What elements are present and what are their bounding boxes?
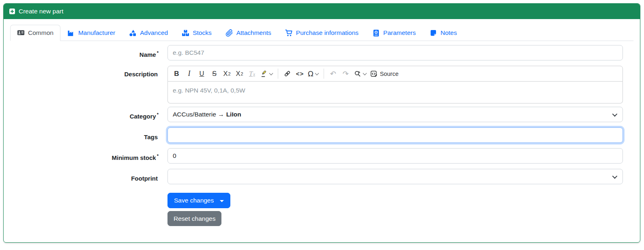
tab-purchase-informations[interactable]: Purchase informations bbox=[278, 25, 365, 41]
toolbar-separator bbox=[324, 69, 324, 79]
reset-changes-button[interactable]: Reset changes bbox=[167, 211, 221, 226]
tab-stocks[interactable]: Stocks bbox=[175, 25, 219, 41]
save-changes-button[interactable]: Save changes bbox=[167, 193, 230, 208]
save-changes-label: Save changes bbox=[174, 197, 214, 204]
redo-button: ↷ bbox=[339, 67, 352, 80]
footprint-select[interactable] bbox=[167, 169, 623, 184]
address-card-icon bbox=[17, 29, 25, 37]
shopping-cart-icon bbox=[285, 29, 293, 37]
tab-manufacturer[interactable]: Manufacturer bbox=[60, 25, 122, 41]
subscript-button[interactable]: X2 bbox=[221, 67, 233, 80]
panel-title: Create new part bbox=[19, 8, 63, 15]
actions-row: Save changes Reset changes bbox=[10, 193, 633, 226]
bold-button[interactable]: B bbox=[170, 67, 183, 80]
chevron-down-icon bbox=[315, 71, 319, 75]
source-code-icon bbox=[370, 70, 378, 78]
tab-common[interactable]: Common bbox=[10, 25, 60, 41]
minimum-stock-label: Minimum stock* bbox=[10, 148, 159, 166]
tab-parameters[interactable]: Parameters bbox=[365, 25, 423, 41]
shapes-icon bbox=[129, 29, 137, 37]
description-editor-area[interactable]: e.g. NPN 45V, 0,1A, 0,5W bbox=[167, 82, 623, 103]
create-part-panel: Create new part Common Manufacturer Adva… bbox=[3, 3, 640, 243]
sticky-note-icon bbox=[429, 29, 437, 37]
chevron-down-icon bbox=[269, 71, 273, 75]
tags-label: Tags bbox=[10, 127, 159, 145]
find-replace-button[interactable] bbox=[352, 67, 369, 80]
find-replace-icon bbox=[354, 70, 361, 78]
strikethrough-button[interactable]: S bbox=[208, 67, 221, 80]
tab-bar: Common Manufacturer Advanced Stocks bbox=[10, 25, 633, 41]
name-row: Name* bbox=[10, 45, 633, 62]
chevron-down-icon bbox=[612, 112, 618, 117]
tags-row: Tags bbox=[10, 127, 633, 145]
description-row: Description B I U S X2 X2 Tx bbox=[10, 66, 633, 103]
code-button[interactable]: <> bbox=[294, 67, 306, 80]
superscript-button[interactable]: X2 bbox=[233, 67, 246, 80]
link-button[interactable] bbox=[281, 67, 294, 80]
description-placeholder: e.g. NPN 45V, 0,1A, 0,5W bbox=[173, 87, 245, 94]
required-marker: * bbox=[157, 112, 159, 117]
tab-label: Purchase informations bbox=[296, 29, 358, 37]
panel-body: Common Manufacturer Advanced Stocks bbox=[4, 19, 640, 237]
rich-text-editor: B I U S X2 X2 Tx bbox=[167, 66, 623, 103]
underline-button[interactable]: U bbox=[195, 67, 208, 80]
undo-button: ↶ bbox=[327, 67, 339, 80]
description-label: Description bbox=[10, 66, 159, 103]
caret-down-icon bbox=[220, 200, 224, 202]
chevron-down-icon bbox=[363, 71, 367, 75]
name-input[interactable] bbox=[167, 45, 623, 60]
tab-attachments[interactable]: Attachments bbox=[219, 25, 278, 41]
reset-changes-label: Reset changes bbox=[174, 215, 215, 222]
source-button-label: Source bbox=[380, 71, 399, 77]
tab-label: Parameters bbox=[383, 29, 416, 37]
atlas-book-icon bbox=[372, 29, 380, 37]
tab-advanced[interactable]: Advanced bbox=[122, 25, 175, 41]
panel-header: Create new part bbox=[4, 4, 640, 19]
highlighter-pen-icon bbox=[260, 70, 268, 78]
minimum-stock-row: Minimum stock* bbox=[10, 148, 633, 166]
paperclip-icon bbox=[225, 29, 233, 37]
category-value-path: ACCus/Batterie → bbox=[173, 111, 224, 118]
source-button[interactable]: Source bbox=[369, 67, 400, 80]
tab-notes[interactable]: Notes bbox=[423, 25, 464, 41]
required-marker: * bbox=[157, 153, 159, 158]
boxes-stacked-icon bbox=[182, 29, 189, 37]
minimum-stock-input[interactable] bbox=[167, 148, 623, 164]
category-value-leaf: LiIon bbox=[226, 111, 241, 118]
tab-label: Notes bbox=[440, 29, 457, 37]
category-label: Category* bbox=[10, 107, 159, 124]
special-characters-button[interactable]: Ω bbox=[306, 67, 321, 80]
name-label: Name* bbox=[10, 45, 159, 62]
toolbar-separator bbox=[278, 69, 278, 79]
tab-label: Manufacturer bbox=[78, 29, 115, 37]
link-icon bbox=[283, 70, 291, 78]
tab-label: Common bbox=[28, 29, 54, 37]
part-form: Name* Description B I U S X2 X2 Tx bbox=[10, 45, 633, 237]
tab-label: Advanced bbox=[140, 29, 168, 37]
factory-icon bbox=[67, 29, 75, 37]
remove-format-button: Tx bbox=[246, 67, 258, 80]
category-row: Category* ACCus/Batterie → LiIon bbox=[10, 107, 633, 124]
footprint-label: Footprint bbox=[10, 169, 159, 186]
highlight-button[interactable] bbox=[258, 67, 275, 80]
plus-square-icon bbox=[9, 9, 15, 14]
chevron-down-icon bbox=[612, 174, 618, 179]
category-select[interactable]: ACCus/Batterie → LiIon bbox=[167, 107, 623, 122]
tab-label: Attachments bbox=[236, 29, 271, 37]
tags-input[interactable] bbox=[167, 127, 623, 143]
tab-label: Stocks bbox=[193, 29, 212, 37]
footprint-row: Footprint bbox=[10, 169, 633, 186]
editor-toolbar: B I U S X2 X2 Tx bbox=[167, 66, 623, 82]
required-marker: * bbox=[157, 50, 159, 55]
italic-button[interactable]: I bbox=[183, 67, 195, 80]
